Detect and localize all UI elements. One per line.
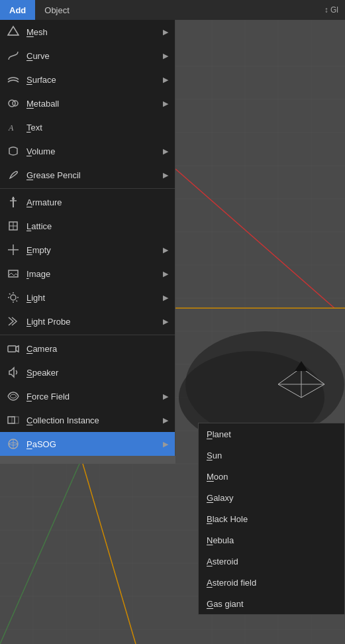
svg-line-44 bbox=[8, 27, 13, 35]
menu-item-volume[interactable]: Volume▶ bbox=[0, 139, 175, 163]
submenu-item-galaxy[interactable]: Galaxy bbox=[199, 487, 344, 508]
menu-item-collection-instance[interactable]: Collection Instance▶ bbox=[0, 408, 175, 432]
submenu-label-asteroid-field: Asteroid field bbox=[207, 578, 256, 588]
volume-icon bbox=[5, 143, 21, 159]
submenu-item-sun[interactable]: Sun bbox=[199, 445, 344, 466]
add-menu: Mesh▶Curve▶Surface▶Metaball▶ATextVolume▶… bbox=[0, 20, 175, 456]
menu-item-grease-pencil[interactable]: Grease Pencil▶ bbox=[0, 163, 175, 187]
menu-item-armature[interactable]: Armature bbox=[0, 190, 175, 214]
submenu-item-moon[interactable]: Moon bbox=[199, 466, 344, 487]
menu-separator bbox=[0, 335, 175, 335]
menu-item-arrow-curve: ▶ bbox=[163, 52, 168, 60]
submenu-item-asteroid[interactable]: Asteroid bbox=[199, 551, 344, 572]
menu-item-arrow-light-probe: ▶ bbox=[163, 317, 168, 326]
lattice-icon bbox=[5, 218, 21, 234]
svg-text:A: A bbox=[8, 123, 14, 133]
submenu-label-sun: Sun bbox=[207, 451, 222, 460]
metaball-icon bbox=[5, 95, 21, 111]
svg-line-64 bbox=[9, 294, 11, 295]
menu-item-arrow-pasog: ▶ bbox=[163, 440, 168, 449]
menu-item-text[interactable]: AText bbox=[0, 115, 175, 139]
menu-item-light[interactable]: Light▶ bbox=[0, 286, 175, 309]
menu-item-label-speaker: Speaker bbox=[26, 368, 168, 378]
menu-item-image[interactable]: Image▶ bbox=[0, 262, 175, 286]
svg-rect-70 bbox=[12, 417, 19, 423]
grease-pencil-icon bbox=[5, 167, 21, 183]
light-icon bbox=[5, 290, 21, 305]
submenu-label-asteroid: Asteroid bbox=[207, 557, 238, 566]
menu-item-label-lattice: Lattice bbox=[26, 221, 168, 231]
force-field-icon bbox=[5, 388, 21, 404]
svg-line-65 bbox=[17, 301, 18, 302]
menu-item-speaker[interactable]: Speaker bbox=[0, 360, 175, 384]
viewport-icons: ↕ Gl bbox=[324, 5, 338, 15]
armature-icon bbox=[5, 194, 21, 210]
menu-item-mesh[interactable]: Mesh▶ bbox=[0, 20, 175, 44]
add-menu-button[interactable]: Add bbox=[0, 0, 35, 20]
menu-item-arrow-image: ▶ bbox=[163, 270, 168, 278]
submenu-item-planet[interactable]: Planet bbox=[199, 423, 344, 445]
menu-item-label-camera: Camera bbox=[26, 344, 168, 354]
submenu-item-gas-giant[interactable]: Gas giant bbox=[199, 593, 344, 614]
svg-marker-39 bbox=[278, 368, 324, 398]
object-menu-button[interactable]: Object bbox=[35, 0, 79, 20]
text-icon: A bbox=[5, 119, 21, 135]
menu-item-label-light-probe: Light Probe bbox=[26, 317, 163, 327]
menu-item-label-image: Image bbox=[26, 269, 163, 279]
menu-item-lattice[interactable]: Lattice bbox=[0, 214, 175, 238]
header-bar: Add Object ↕ Gl bbox=[0, 0, 345, 20]
menu-item-surface[interactable]: Surface▶ bbox=[0, 68, 175, 91]
menu-item-label-light: Light bbox=[26, 293, 163, 303]
menu-item-label-pasog: PaSOG bbox=[26, 439, 163, 449]
submenu-label-black-hole: Black Hole bbox=[207, 514, 248, 524]
svg-point-37 bbox=[185, 331, 344, 437]
menu-item-arrow-metaball: ▶ bbox=[163, 99, 168, 108]
svg-marker-42 bbox=[295, 361, 308, 371]
menu-item-arrow-volume: ▶ bbox=[163, 147, 168, 156]
menu-item-empty[interactable]: Empty▶ bbox=[0, 238, 175, 262]
svg-line-36 bbox=[0, 464, 79, 644]
surface-icon bbox=[5, 72, 21, 87]
menu-item-arrow-empty: ▶ bbox=[163, 246, 168, 254]
menu-item-curve[interactable]: Curve▶ bbox=[0, 44, 175, 68]
submenu-item-black-hole[interactable]: Black Hole bbox=[199, 508, 344, 529]
menu-item-force-field[interactable]: Force Field▶ bbox=[0, 384, 175, 408]
menu-item-arrow-collection-instance: ▶ bbox=[163, 416, 168, 425]
svg-rect-1 bbox=[0, 464, 175, 644]
submenu-item-nebula[interactable]: Nebula bbox=[199, 529, 344, 551]
menu-item-label-text: Text bbox=[26, 123, 168, 133]
menu-item-label-force-field: Force Field bbox=[26, 392, 163, 402]
svg-rect-58 bbox=[9, 270, 18, 277]
menu-item-arrow-grease-pencil: ▶ bbox=[163, 171, 168, 180]
svg-marker-43 bbox=[8, 27, 19, 35]
header-right-icons: ↕ Gl bbox=[324, 5, 345, 15]
submenu-item-asteroid-field[interactable]: Asteroid field bbox=[199, 572, 344, 593]
menu-item-label-collection-instance: Collection Instance bbox=[26, 415, 163, 425]
camera-icon bbox=[5, 341, 21, 356]
pasog-submenu: PlanetSunMoonGalaxyBlack HoleNebulaAster… bbox=[198, 423, 345, 615]
menu-item-metaball[interactable]: Metaball▶ bbox=[0, 91, 175, 115]
svg-point-52 bbox=[12, 197, 15, 200]
collection-instance-icon bbox=[5, 412, 21, 428]
submenu-label-gas-giant: Gas giant bbox=[207, 599, 244, 609]
menu-item-label-armature: Armature bbox=[26, 197, 168, 207]
menu-item-label-grease-pencil: Grease Pencil bbox=[26, 170, 163, 180]
menu-separator bbox=[0, 188, 175, 189]
menu-item-label-curve: Curve bbox=[26, 51, 163, 61]
image-icon bbox=[5, 266, 21, 282]
menu-item-label-metaball: Metaball bbox=[26, 99, 163, 109]
mesh-icon bbox=[5, 24, 21, 40]
svg-line-35 bbox=[83, 464, 136, 644]
menu-item-arrow-mesh: ▶ bbox=[163, 28, 168, 36]
menu-item-label-empty: Empty bbox=[26, 245, 163, 255]
menu-item-arrow-force-field: ▶ bbox=[163, 392, 168, 401]
svg-point-59 bbox=[11, 295, 16, 300]
submenu-label-nebula: Nebula bbox=[207, 535, 234, 545]
menu-item-pasog[interactable]: PaSOG▶ bbox=[0, 432, 175, 456]
empty-icon bbox=[5, 242, 21, 258]
svg-rect-66 bbox=[8, 346, 16, 352]
menu-item-arrow-light: ▶ bbox=[163, 294, 168, 302]
menu-item-light-probe[interactable]: Light Probe▶ bbox=[0, 309, 175, 333]
menu-item-camera[interactable]: Camera bbox=[0, 337, 175, 360]
curve-icon bbox=[5, 48, 21, 64]
